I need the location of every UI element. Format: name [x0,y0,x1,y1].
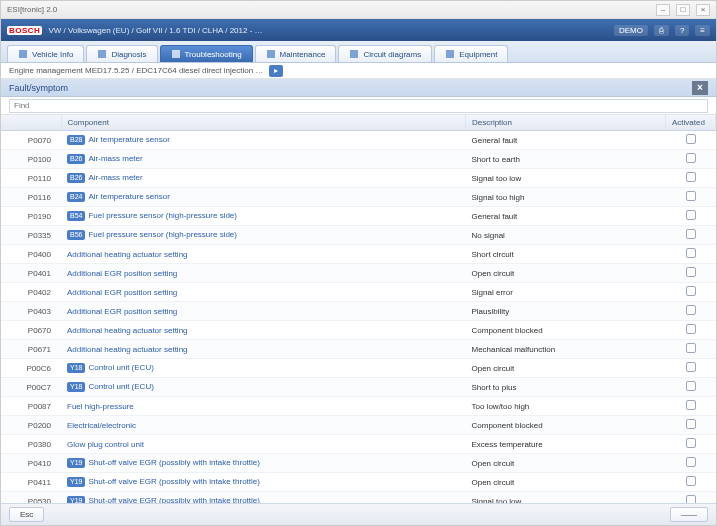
close-window-button[interactable]: × [696,4,710,16]
menu-icon[interactable]: ≡ [695,25,710,36]
tab-label: Vehicle Info [32,50,73,59]
open-action-icon[interactable] [686,362,696,372]
table-row[interactable]: P0070B28Air temperature sensorGeneral fa… [1,131,716,150]
open-action-icon[interactable] [686,324,696,334]
table-row[interactable]: P0411Y19Shut-off valve EGR (possibly wit… [1,473,716,492]
table-row[interactable]: P0530Y19Shut-off valve EGR (possibly wit… [1,492,716,504]
table-row[interactable]: P0200Electrical/electronicComponent bloc… [1,416,716,435]
maximize-button[interactable]: □ [676,4,690,16]
open-action-icon[interactable] [686,343,696,353]
table-row[interactable]: P0400Additional heating actuator setting… [1,245,716,264]
open-action-icon[interactable] [686,153,696,163]
description-cell: Open circuit [466,473,666,492]
component-badge: B54 [67,211,85,221]
open-action-icon[interactable] [686,172,696,182]
tab-icon [18,49,28,59]
open-action-icon[interactable] [686,210,696,220]
table-row[interactable]: P0403Additional EGR position settingPlau… [1,302,716,321]
open-action-icon[interactable] [686,286,696,296]
footer-right-button[interactable]: —— [670,507,708,522]
component-cell: B24Air temperature sensor [61,188,466,207]
tab-diagnosis[interactable]: Diagnosis [86,45,157,62]
open-action-icon[interactable] [686,438,696,448]
tab-icon [171,49,181,59]
table-row[interactable]: P0670Additional heating actuator setting… [1,321,716,340]
col-action-header[interactable]: Activated [666,115,716,131]
component-name: Additional EGR position setting [67,288,177,297]
table-row[interactable]: P0410Y19Shut-off valve EGR (possibly wit… [1,454,716,473]
description-cell: Excess temperature [466,435,666,454]
action-cell [666,492,716,504]
component-cell: Y18Control unit (ECU) [61,359,466,378]
window-controls: – □ × [656,4,710,16]
tab-icon [266,49,276,59]
svg-rect-4 [350,50,358,58]
component-cell: B56Fuel pressure sensor (high-pressure s… [61,226,466,245]
tab-vehicle-info[interactable]: Vehicle Info [7,45,84,62]
table-row[interactable]: P0335B56Fuel pressure sensor (high-press… [1,226,716,245]
component-name: Additional heating actuator setting [67,250,188,259]
esc-button[interactable]: Esc [9,507,44,522]
fault-table: Component Description Activated P0070B28… [1,115,716,503]
table-row[interactable]: P0190B54Fuel pressure sensor (high-press… [1,207,716,226]
open-action-icon[interactable] [686,248,696,258]
print-icon[interactable]: ⎙ [654,25,669,36]
description-cell: General fault [466,207,666,226]
help-icon[interactable]: ? [675,25,689,36]
table-row[interactable]: P0401Additional EGR position settingOpen… [1,264,716,283]
table-row[interactable]: P0100B26Air-mass meterShort to earth [1,150,716,169]
tab-label: Troubleshooting [185,50,242,59]
fault-code: P0530 [1,492,61,504]
tab-maintenance[interactable]: Maintenance [255,45,337,62]
open-action-icon[interactable] [686,457,696,467]
component-cell: B28Air temperature sensor [61,131,466,150]
table-row[interactable]: P0110B26Air-mass meterSignal too low [1,169,716,188]
open-action-icon[interactable] [686,191,696,201]
action-cell [666,435,716,454]
open-action-icon[interactable] [686,476,696,486]
minimize-button[interactable]: – [656,4,670,16]
fault-code: P0402 [1,283,61,302]
open-action-icon[interactable] [686,381,696,391]
component-cell: B54Fuel pressure sensor (high-pressure s… [61,207,466,226]
fault-code: P00C7 [1,378,61,397]
description-cell: Signal too low [466,169,666,188]
component-name: Air temperature sensor [88,192,169,201]
col-id-header[interactable] [1,115,61,131]
open-action-icon[interactable] [686,305,696,315]
action-cell [666,397,716,416]
table-row[interactable]: P00C7Y18Control unit (ECU)Short to plus [1,378,716,397]
description-cell: General fault [466,131,666,150]
close-section-button[interactable]: × [692,81,708,95]
search-input[interactable] [9,99,708,113]
table-row[interactable]: P0087Fuel high-pressureToo low/too high [1,397,716,416]
table-row[interactable]: P00C6Y18Control unit (ECU)Open circuit [1,359,716,378]
go-button[interactable]: ▸ [269,65,283,77]
action-cell [666,245,716,264]
open-action-icon[interactable] [686,134,696,144]
component-name: Air-mass meter [88,154,142,163]
table-row[interactable]: P0380Glow plug control unitExcess temper… [1,435,716,454]
open-action-icon[interactable] [686,495,696,503]
component-cell: Additional heating actuator setting [61,245,466,264]
table-row[interactable]: P0402Additional EGR position settingSign… [1,283,716,302]
component-badge: B24 [67,192,85,202]
open-action-icon[interactable] [686,419,696,429]
description-cell: Open circuit [466,454,666,473]
tab-equipment[interactable]: Equipment [434,45,508,62]
open-action-icon[interactable] [686,400,696,410]
component-name: Shut-off valve EGR (possibly with intake… [88,477,259,486]
action-cell [666,264,716,283]
action-cell [666,378,716,397]
open-action-icon[interactable] [686,267,696,277]
table-scroll[interactable]: Component Description Activated P0070B28… [1,115,716,503]
col-component-header[interactable]: Component [61,115,466,131]
tab-troubleshooting[interactable]: Troubleshooting [160,45,253,62]
tab-circuit-diagrams[interactable]: Circuit diagrams [338,45,432,62]
table-row[interactable]: P0116B24Air temperature sensorSignal too… [1,188,716,207]
action-cell [666,169,716,188]
col-description-header[interactable]: Description [466,115,666,131]
action-cell [666,283,716,302]
table-row[interactable]: P0671Additional heating actuator setting… [1,340,716,359]
open-action-icon[interactable] [686,229,696,239]
